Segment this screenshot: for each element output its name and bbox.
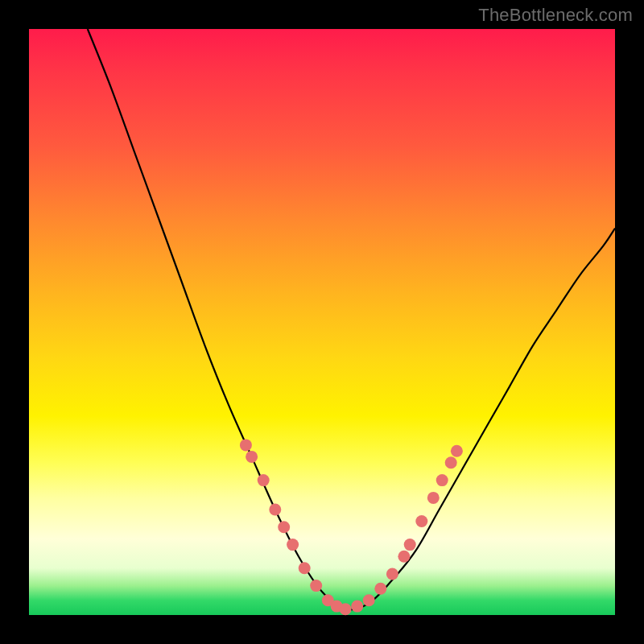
data-point [374, 583, 386, 595]
data-point [351, 601, 363, 613]
data-point [415, 515, 427, 527]
data-point [299, 562, 311, 574]
data-point [278, 521, 290, 533]
data-point [404, 539, 416, 551]
data-point [436, 474, 448, 486]
data-point [445, 456, 457, 469]
data-point [269, 504, 281, 516]
data-point [246, 451, 258, 463]
data-point [427, 492, 440, 504]
curve-layer [29, 29, 615, 615]
data-point [340, 603, 352, 615]
watermark-text: TheBottleneck.com [478, 5, 633, 26]
data-point [287, 539, 299, 551]
chart-frame: TheBottleneck.com [0, 0, 644, 644]
bottleneck-curve [88, 29, 615, 609]
data-point [240, 439, 252, 451]
data-point [451, 445, 463, 457]
data-point [386, 568, 398, 580]
data-point [310, 580, 322, 592]
plot-area [29, 29, 615, 615]
data-point [398, 551, 410, 563]
data-point [363, 594, 375, 606]
data-point [258, 474, 270, 486]
